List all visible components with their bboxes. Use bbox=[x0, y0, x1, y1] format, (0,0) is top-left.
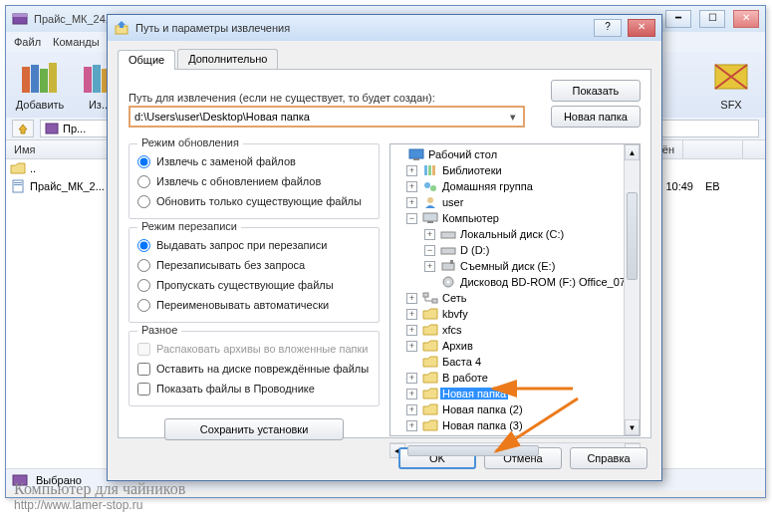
dialog-icon bbox=[114, 20, 129, 36]
svg-rect-12 bbox=[14, 182, 22, 183]
save-settings-button[interactable]: Сохранить установки bbox=[164, 418, 344, 440]
radio-freshen[interactable]: Обновить только существующие файлы bbox=[137, 192, 371, 210]
dialog-close-button[interactable]: ✕ bbox=[628, 19, 655, 37]
show-button[interactable]: Показать bbox=[551, 80, 641, 102]
expander-icon[interactable]: + bbox=[406, 197, 417, 208]
computer-icon bbox=[422, 211, 438, 225]
maximize-button[interactable]: ☐ bbox=[699, 10, 725, 28]
extraction-dialog: Путь и параметры извлечения ? ✕ Общие До… bbox=[107, 14, 662, 481]
svg-rect-5 bbox=[49, 63, 57, 93]
books-icon bbox=[20, 61, 60, 97]
expander-icon[interactable]: + bbox=[406, 293, 417, 304]
svg-rect-10 bbox=[46, 124, 58, 133]
svg-rect-34 bbox=[432, 299, 437, 303]
dialog-title-text: Путь и параметры извлечения bbox=[135, 22, 588, 34]
menu-commands[interactable]: Команды bbox=[53, 36, 100, 48]
drive-icon bbox=[440, 227, 456, 241]
check-keep-broken[interactable]: Оставить на диске повреждённые файлы bbox=[137, 360, 371, 378]
svg-point-23 bbox=[427, 197, 433, 203]
radio-extract-update[interactable]: Извлечь с обновлением файлов bbox=[137, 172, 371, 190]
chevron-down-icon[interactable]: ▾ bbox=[505, 109, 521, 125]
update-mode-group: Режим обновления Извлечь с заменой файло… bbox=[129, 143, 380, 219]
winrar-icon bbox=[12, 11, 28, 27]
user-icon bbox=[422, 195, 438, 209]
tab-general[interactable]: Общие bbox=[118, 50, 175, 70]
expander-icon[interactable]: + bbox=[406, 181, 417, 192]
scroll-down-icon[interactable]: ▼ bbox=[625, 419, 640, 435]
svg-point-22 bbox=[430, 185, 436, 191]
check-show-explorer[interactable]: Показать файлы в Проводнике bbox=[137, 380, 371, 398]
svg-rect-2 bbox=[22, 67, 30, 93]
folder-icon bbox=[422, 307, 438, 321]
svg-rect-26 bbox=[441, 232, 455, 238]
folder-icon bbox=[422, 355, 438, 369]
expander-icon[interactable]: + bbox=[406, 373, 417, 384]
radio-overwrite[interactable]: Перезаписывать без запроса bbox=[137, 256, 371, 274]
expander-icon[interactable]: + bbox=[406, 420, 417, 431]
expander-icon[interactable]: + bbox=[406, 341, 417, 352]
toolbar-sfx[interactable]: SFX bbox=[703, 56, 759, 114]
removable-icon bbox=[440, 259, 456, 273]
expander-icon[interactable]: + bbox=[406, 165, 417, 176]
expander-icon[interactable]: + bbox=[406, 325, 417, 336]
folder-up-icon bbox=[10, 161, 26, 175]
svg-rect-28 bbox=[441, 248, 455, 254]
radio-extract-replace[interactable]: Извлечь с заменой файлов bbox=[137, 152, 371, 170]
homegroup-icon bbox=[422, 179, 438, 193]
svg-rect-30 bbox=[450, 260, 453, 264]
svg-point-32 bbox=[447, 281, 450, 284]
dialog-help-button[interactable]: ? bbox=[594, 19, 622, 37]
expander-icon[interactable]: + bbox=[424, 261, 435, 272]
path-value: d:\Users\user\Desktop\Новая папка bbox=[134, 111, 310, 123]
toolbar-add[interactable]: Добавить bbox=[12, 56, 68, 114]
svg-rect-24 bbox=[423, 213, 437, 221]
radio-ask[interactable]: Выдавать запрос при перезаписи bbox=[137, 236, 371, 254]
svg-rect-29 bbox=[442, 263, 454, 270]
tab-advanced[interactable]: Дополнительно bbox=[177, 49, 278, 69]
folder-tree[interactable]: Рабочий стол +Библиотеки +Домашняя групп… bbox=[389, 143, 641, 436]
tabs: Общие Дополнительно bbox=[118, 49, 651, 70]
svg-rect-17 bbox=[413, 158, 419, 160]
dialog-titlebar[interactable]: Путь и параметры извлечения ? ✕ bbox=[108, 15, 661, 41]
folder-icon bbox=[422, 418, 438, 432]
svg-rect-19 bbox=[428, 165, 431, 175]
vertical-scrollbar[interactable]: ▲ ▼ bbox=[624, 144, 640, 435]
svg-rect-7 bbox=[93, 65, 101, 93]
scroll-thumb[interactable] bbox=[407, 445, 539, 456]
rar-icon bbox=[45, 123, 59, 134]
expander-icon[interactable]: + bbox=[406, 309, 417, 320]
sfx-icon bbox=[711, 61, 751, 97]
expander-icon[interactable]: − bbox=[406, 213, 417, 224]
expander-icon[interactable]: + bbox=[406, 404, 417, 415]
svg-rect-13 bbox=[14, 184, 22, 185]
svg-rect-16 bbox=[409, 149, 423, 158]
misc-group: Разное Распаковать архивы во вложенные п… bbox=[129, 331, 380, 406]
svg-rect-11 bbox=[13, 180, 23, 192]
col-type[interactable] bbox=[683, 140, 743, 158]
scroll-thumb[interactable] bbox=[627, 192, 638, 280]
horizontal-scrollbar[interactable]: ◀ ▶ bbox=[389, 442, 641, 458]
svg-rect-6 bbox=[84, 67, 92, 93]
svg-rect-3 bbox=[31, 65, 39, 93]
svg-rect-20 bbox=[432, 165, 435, 175]
folder-icon bbox=[422, 402, 438, 416]
folder-icon bbox=[422, 339, 438, 353]
expander-icon[interactable]: + bbox=[406, 389, 417, 399]
menu-file[interactable]: Файл bbox=[14, 36, 41, 48]
up-button[interactable] bbox=[12, 120, 34, 137]
folder-icon bbox=[422, 323, 438, 337]
scroll-up-icon[interactable]: ▲ bbox=[625, 144, 640, 160]
network-icon bbox=[422, 291, 438, 305]
new-folder-button[interactable]: Новая папка bbox=[551, 106, 641, 128]
svg-point-21 bbox=[424, 182, 430, 188]
expander-icon[interactable]: − bbox=[424, 245, 435, 256]
path-label: Путь для извлечения (если не существует,… bbox=[129, 92, 543, 104]
path-combo[interactable]: d:\Users\user\Desktop\Новая папка ▾ bbox=[129, 106, 525, 128]
close-button[interactable]: ✕ bbox=[733, 10, 759, 28]
minimize-button[interactable]: ━ bbox=[665, 10, 691, 28]
radio-skip[interactable]: Пропускать существующие файлы bbox=[137, 276, 371, 294]
drive-icon bbox=[440, 243, 456, 257]
check-subfolders: Распаковать архивы во вложенные папки bbox=[137, 340, 371, 358]
radio-rename[interactable]: Переименовывать автоматически bbox=[137, 296, 371, 314]
expander-icon[interactable]: + bbox=[424, 229, 435, 240]
